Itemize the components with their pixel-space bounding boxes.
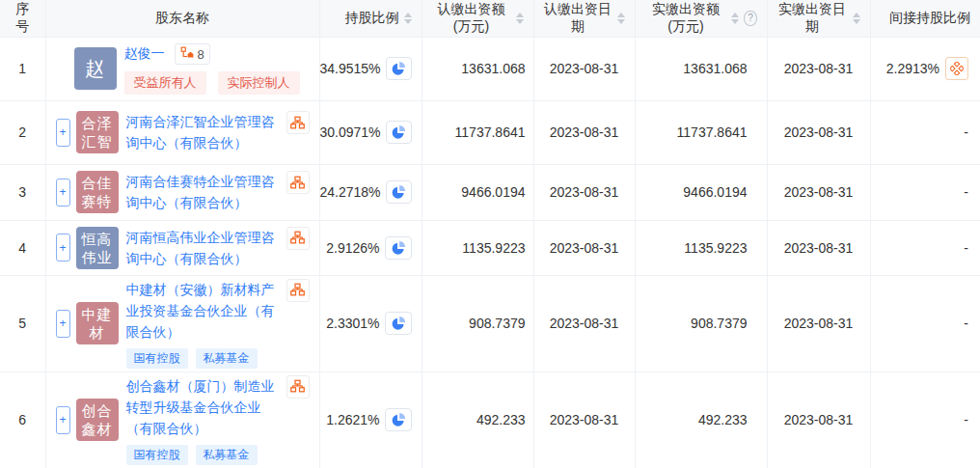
expand-row-button[interactable]: + bbox=[56, 310, 70, 338]
avatar-text: 赵 bbox=[85, 60, 105, 78]
holding-ratio: 30.0971% bbox=[320, 124, 381, 140]
shareholder-row: 2+合泽汇智河南合泽汇智企业管理咨询中心（有限合伙）30.0971%11737.… bbox=[0, 100, 980, 164]
indirect-ratio: - bbox=[964, 240, 968, 256]
holding-ratio-cell: 1.2621% bbox=[319, 372, 422, 468]
subscribed-date: 2023-08-31 bbox=[533, 37, 635, 100]
tag-badge: 实际控制人 bbox=[218, 71, 300, 95]
shareholder-name-cell: 赵赵俊一8受益所有人实际控制人 bbox=[45, 37, 319, 100]
org-chart-icon[interactable] bbox=[286, 171, 310, 194]
avatar: 恒高伟业 bbox=[76, 227, 119, 269]
shareholder-name-cell: +合佳赛特河南合佳赛特企业管理咨询中心（有限合伙） bbox=[45, 164, 319, 220]
pie-chart-icon[interactable] bbox=[385, 236, 412, 260]
subscribed-date: 2023-08-31 bbox=[533, 100, 635, 164]
holding-ratio-cell: 2.9126% bbox=[319, 220, 422, 275]
table-body: 1赵赵俊一8受益所有人实际控制人34.9515%13631.0682023-08… bbox=[0, 37, 980, 468]
expand-row-button[interactable]: + bbox=[56, 406, 70, 434]
paid-date: 2023-08-31 bbox=[767, 37, 870, 100]
paid-amount: 1135.9223 bbox=[635, 220, 767, 275]
subscribed-date: 2023-08-31 bbox=[533, 372, 635, 468]
subscribed-amount: 13631.068 bbox=[422, 37, 533, 100]
indirect-holding-icon[interactable] bbox=[945, 57, 968, 80]
indirect-ratio-cell: - bbox=[870, 220, 980, 275]
caret-up-icon bbox=[617, 13, 625, 17]
avatar-text: 恒高 bbox=[82, 230, 113, 248]
column-header-label: 实缴出资额(万元) bbox=[645, 1, 727, 36]
subscribed-date: 2023-08-31 bbox=[533, 220, 635, 275]
expand-row-button[interactable]: + bbox=[56, 119, 70, 147]
column-header: 序号 bbox=[0, 0, 45, 37]
avatar: 中建材 bbox=[76, 302, 119, 344]
tag-list: 国有控股私募基金 bbox=[126, 439, 312, 465]
pie-chart-icon[interactable] bbox=[385, 408, 412, 431]
expand-row-button[interactable]: + bbox=[56, 234, 70, 262]
avatar-text: 伟业 bbox=[82, 248, 113, 266]
shareholder-name-link[interactable]: 河南恒高伟业企业管理咨询中心（有限合伙） bbox=[126, 227, 281, 269]
row-index: 3 bbox=[0, 164, 45, 220]
paid-date: 2023-08-31 bbox=[767, 164, 870, 220]
avatar-text: 赛特 bbox=[82, 192, 113, 210]
subscribed-date: 2023-08-31 bbox=[533, 164, 635, 220]
avatar: 合泽汇智 bbox=[76, 111, 119, 153]
shareholder-name-link[interactable]: 河南合泽汇智企业管理咨询中心（有限合伙） bbox=[126, 111, 281, 153]
caret-down-icon bbox=[617, 19, 625, 24]
help-icon[interactable]: ? bbox=[744, 11, 756, 26]
tag-badge: 国有控股 bbox=[126, 348, 188, 369]
subscribed-amount: 11737.8641 bbox=[422, 100, 533, 164]
shareholder-row: 3+合佳赛特河南合佳赛特企业管理咨询中心（有限合伙）24.2718%9466.0… bbox=[0, 164, 980, 220]
shareholder-row: 4+恒高伟业河南恒高伟业企业管理咨询中心（有限合伙）2.9126%1135.92… bbox=[0, 220, 980, 275]
paid-amount: 13631.068 bbox=[635, 37, 767, 100]
indirect-ratio-cell: - bbox=[870, 275, 980, 372]
indirect-ratio-cell: 2.2913% bbox=[870, 37, 980, 100]
column-header: 实缴出资额(万元)? bbox=[635, 0, 767, 37]
org-chart-icon[interactable] bbox=[286, 111, 310, 134]
subscribed-amount: 9466.0194 bbox=[422, 164, 533, 220]
column-header-label: 认缴出资额(万元) bbox=[432, 1, 511, 36]
column-header-label: 持股比例 bbox=[345, 10, 399, 27]
sort-carets-icon[interactable] bbox=[404, 13, 412, 24]
indirect-ratio: 2.2913% bbox=[886, 61, 939, 76]
equity-penetration-badge[interactable]: 8 bbox=[175, 43, 210, 65]
row-index: 6 bbox=[0, 372, 45, 468]
sort-carets-icon[interactable] bbox=[617, 13, 625, 24]
column-header: 股东名称 bbox=[45, 0, 319, 37]
column-header-label: 实缴出资日期 bbox=[777, 1, 848, 36]
column-header-label: 认缴出资日期 bbox=[544, 1, 612, 36]
avatar-text: 中建 bbox=[82, 305, 113, 323]
subscribed-amount: 908.7379 bbox=[422, 275, 533, 372]
paid-amount: 9466.0194 bbox=[635, 164, 767, 220]
penetration-count: 8 bbox=[198, 47, 204, 62]
column-header: 持股比例 bbox=[319, 0, 422, 37]
holding-ratio-cell: 30.0971% bbox=[319, 100, 422, 164]
indirect-ratio-cell: - bbox=[870, 164, 980, 220]
indirect-ratio: - bbox=[964, 316, 968, 331]
column-header-label: 间接持股比例 bbox=[889, 10, 970, 27]
pie-chart-icon[interactable] bbox=[386, 180, 412, 204]
expand-row-button[interactable]: + bbox=[56, 179, 70, 206]
avatar: 合佳赛特 bbox=[76, 171, 119, 213]
avatar-text: 合泽 bbox=[82, 114, 113, 132]
indirect-ratio-cell: - bbox=[870, 100, 980, 164]
column-header: 认缴出资日期 bbox=[533, 0, 635, 37]
sort-carets-icon[interactable] bbox=[853, 13, 860, 24]
table-header-row: 序号股东名称持股比例认缴出资额(万元)认缴出资日期实缴出资额(万元)?实缴出资日… bbox=[0, 0, 980, 37]
avatar-text: 创合 bbox=[82, 401, 113, 420]
org-chart-icon[interactable] bbox=[286, 375, 310, 399]
subscribed-date: 2023-08-31 bbox=[533, 275, 635, 372]
avatar-text: 材 bbox=[90, 323, 105, 342]
tag-badge: 私募基金 bbox=[196, 445, 258, 465]
pie-chart-icon[interactable] bbox=[386, 57, 412, 80]
pie-chart-icon[interactable] bbox=[386, 121, 412, 144]
shareholder-name-link[interactable]: 中建材（安徽）新材料产业投资基金合伙企业（有限合伙） bbox=[126, 279, 281, 343]
holding-ratio: 2.9126% bbox=[326, 240, 379, 256]
shareholder-name-link[interactable]: 赵俊一 bbox=[124, 42, 165, 64]
org-chart-icon[interactable] bbox=[286, 279, 310, 302]
shareholder-name-link[interactable]: 创合鑫材（厦门）制造业转型升级基金合伙企业（有限合伙） bbox=[126, 375, 281, 439]
paid-amount: 11737.8641 bbox=[635, 100, 767, 164]
indirect-ratio: - bbox=[964, 124, 968, 140]
sort-carets-icon[interactable] bbox=[516, 13, 524, 24]
pie-chart-icon[interactable] bbox=[385, 312, 412, 335]
shareholder-name-link[interactable]: 河南合佳赛特企业管理咨询中心（有限合伙） bbox=[126, 171, 281, 213]
org-chart-icon[interactable] bbox=[286, 227, 310, 250]
indirect-ratio-cell: - bbox=[870, 372, 980, 468]
sort-carets-icon[interactable] bbox=[731, 13, 739, 24]
